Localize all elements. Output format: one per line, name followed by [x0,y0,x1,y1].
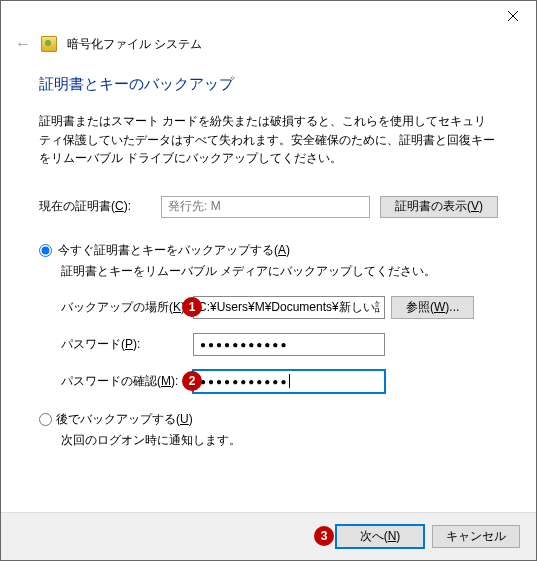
footer: 3 次へ(N) キャンセル [1,512,536,560]
confirm-input[interactable]: ●●●●●●●●●●● [193,370,385,393]
content: 証明書とキーのバックアップ 証明書またはスマート カードを紛失または破損すると、… [1,65,536,449]
close-icon [508,11,518,21]
backup-later-sublabel: 次回のログオン時に通知します。 [61,432,498,449]
browse-button[interactable]: 参照(W)... [391,296,474,319]
description-text: 証明書またはスマート カードを紛失または破損すると、これらを使用してセキュリティ… [39,112,498,168]
header: ← 暗号化ファイル システム [1,31,536,65]
location-label: バックアップの場所(K): [61,299,193,316]
current-cert-row: 現在の証明書(C): 発行先: M 証明書の表示(V) [39,196,498,218]
password-input[interactable]: ●●●●●●●●●●● [193,333,385,356]
confirm-row: パスワードの確認(M): 2 ●●●●●●●●●●● [61,370,498,393]
password-row: パスワード(P): ●●●●●●●●●●● [61,333,498,356]
location-row: バックアップの場所(K): 1 参照(W)... [61,296,498,319]
view-cert-button[interactable]: 証明書の表示(V) [380,196,498,218]
backup-later-radio[interactable]: 後でバックアップする(U) [39,411,498,428]
annotation-badge-2: 2 [182,371,202,391]
confirm-label: パスワードの確認(M): [61,373,193,390]
page-heading: 証明書とキーのバックアップ [39,75,498,94]
efs-icon [41,36,57,52]
next-button[interactable]: 次へ(N) [336,525,424,548]
backup-later-label: 後でバックアップする(U) [56,411,193,428]
backup-now-group: 今すぐ証明書とキーをバックアップする(A) 証明書とキーをリムーバブル メディア… [39,242,498,449]
annotation-badge-1: 1 [182,297,202,317]
annotation-badge-3: 3 [314,526,334,546]
titlebar [1,1,536,31]
password-label: パスワード(P): [61,336,193,353]
backup-later-radio-input[interactable] [39,413,52,426]
backup-now-sublabel: 証明書とキーをリムーバブル メディアにバックアップしてください。 [61,263,498,280]
location-input[interactable] [193,296,385,319]
current-cert-label: 現在の証明書(C): [39,198,151,215]
backup-now-label: 今すぐ証明書とキーをバックアップする(A) [58,242,290,259]
back-arrow-icon[interactable]: ← [15,35,31,53]
cancel-button[interactable]: キャンセル [432,525,520,548]
current-cert-value: 発行先: M [161,196,370,218]
backup-now-radio-input[interactable] [39,244,52,257]
close-button[interactable] [490,1,536,31]
window-title: 暗号化ファイル システム [67,36,202,53]
backup-now-radio[interactable]: 今すぐ証明書とキーをバックアップする(A) [39,242,498,259]
